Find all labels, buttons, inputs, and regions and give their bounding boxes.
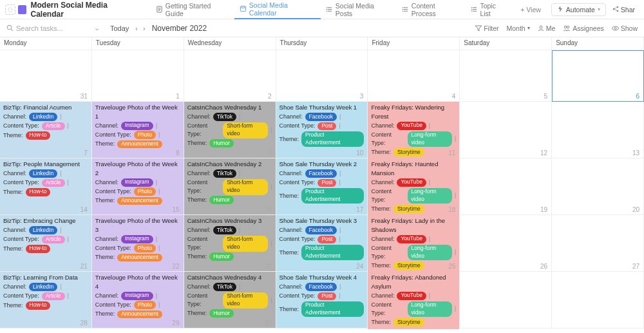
- contenttype-pill: Photo: [134, 187, 156, 196]
- day-cell[interactable]: BizTip: Embracing Change Channel:LinkedI…: [0, 215, 92, 272]
- event-title: Freaky Fridays: Abandoned Asylum: [371, 273, 456, 291]
- assignees-button[interactable]: Assignees: [563, 24, 603, 32]
- day-cell[interactable]: CatsInChaos Wednesday 2 Channel:TikTok| …: [184, 158, 276, 215]
- event-channel-label: Channel:: [279, 169, 303, 178]
- day-cell[interactable]: Freaky Fridays: Abandoned Asylum Channel…: [368, 272, 460, 328]
- calendar-event[interactable]: Travelouge Photo of the Week 3 Channel:I…: [92, 215, 184, 271]
- day-cell[interactable]: CatsInChaos Wednesday 4 Channel:TikTok| …: [184, 272, 276, 328]
- day-cell[interactable]: Shoe Sale Thursday Week 2 Channel:Facebo…: [276, 158, 368, 215]
- tab-icon: [240, 5, 247, 13]
- day-cell[interactable]: CatsInChaos Wednesday 3 Channel:TikTok| …: [184, 215, 276, 272]
- calendar-event[interactable]: BizTip: Embracing Change Channel:LinkedI…: [0, 215, 91, 271]
- tab-social-media-posts[interactable]: Social Media Posts: [321, 0, 397, 19]
- event-contenttype-label: Content Type:: [187, 235, 221, 252]
- day-cell[interactable]: Travelouge Photo of the Week 4 Channel:I…: [92, 272, 184, 328]
- svg-point-0: [8, 8, 12, 12]
- share-button[interactable]: Shar: [609, 6, 639, 14]
- automate-button[interactable]: Automate ▾: [551, 3, 606, 16]
- calendar-event[interactable]: Shoe Sale Thursday Week 4 Channel:Facebo…: [276, 272, 368, 328]
- day-cell[interactable]: 2: [184, 50, 276, 102]
- day-cell[interactable]: 6: [552, 50, 644, 102]
- calendar-event[interactable]: Shoe Sale Thursday Week 2 Channel:Facebo…: [276, 158, 368, 214]
- theme-pill: Announcement: [117, 197, 162, 205]
- day-cell[interactable]: Travelouge Photo of the Week 3 Channel:I…: [92, 215, 184, 272]
- day-header: Wednesday: [184, 37, 276, 50]
- search-input[interactable]: Search tasks...: [6, 24, 84, 32]
- day-cell[interactable]: BizTip: Learning From Data Channel:Linke…: [0, 272, 92, 328]
- day-cell[interactable]: 12: [460, 102, 552, 158]
- calendar-event[interactable]: CatsInChaos Wednesday 1 Channel:TikTok| …: [184, 102, 276, 158]
- day-cell[interactable]: 19: [460, 158, 552, 215]
- theme-pill: Announcement: [117, 310, 162, 319]
- day-cell[interactable]: BizTip: Financial Acumen Channel:LinkedI…: [0, 102, 92, 158]
- day-cell[interactable]: 1: [92, 50, 184, 102]
- app-menu-icon[interactable]: [5, 5, 15, 15]
- today-button[interactable]: Today: [110, 24, 129, 32]
- channel-pill: TikTok: [213, 226, 236, 234]
- calendar-event[interactable]: Freaky Fridays: Abandoned Asylum Channel…: [368, 272, 459, 329]
- calendar-event[interactable]: Travelouge Photo of the Week 2 Channel:I…: [92, 158, 184, 214]
- next-month-button[interactable]: ›: [143, 24, 146, 32]
- day-cell[interactable]: 31: [0, 50, 92, 102]
- day-cell[interactable]: 13: [552, 102, 644, 158]
- calendar-event[interactable]: Freaky Fridays: Haunted Mansion Channel:…: [368, 158, 459, 216]
- day-number: 6: [636, 93, 639, 100]
- search-dropdown-icon[interactable]: ⌄: [90, 24, 104, 32]
- channel-pill: LinkedIn: [29, 226, 57, 234]
- calendar-event[interactable]: CatsInChaos Wednesday 2 Channel:TikTok| …: [184, 158, 276, 214]
- calendar-event[interactable]: Shoe Sale Thursday Week 3 Channel:Facebo…: [276, 215, 368, 271]
- day-cell[interactable]: 20: [552, 158, 644, 215]
- tab-topic-list[interactable]: Topic List: [466, 0, 513, 19]
- channel-pill: Instagram: [121, 122, 153, 130]
- day-cell[interactable]: Travelouge Photo of the Week 2 Channel:I…: [92, 158, 184, 215]
- day-cell[interactable]: Freaky Fridays: Wandering Forest Channel…: [368, 102, 460, 158]
- event-theme-label: Theme:: [279, 135, 299, 144]
- calendar-event[interactable]: Shoe Sale Thursday Week 1 Channel:Facebo…: [276, 102, 368, 158]
- day-cell[interactable]: [460, 272, 552, 328]
- calendar-event[interactable]: BizTip: Learning From Data Channel:Linke…: [0, 272, 91, 328]
- theme-pill: Humor: [209, 252, 234, 261]
- event-contenttype-label: Content Type:: [95, 131, 131, 139]
- tab-social-media-calendar[interactable]: Social Media Calendar: [234, 0, 321, 19]
- month-view-button[interactable]: Month ▾: [507, 24, 530, 32]
- calendar-event[interactable]: Freaky Fridays: Wandering Forest Channel…: [368, 102, 459, 159]
- theme-pill: Product Advertisement: [301, 131, 364, 147]
- calendar-event[interactable]: Travelouge Photo of the Week 1 Channel:I…: [92, 102, 184, 158]
- event-title: Freaky Fridays: Haunted Mansion: [371, 160, 456, 178]
- day-cell[interactable]: Freaky Fridays: Lady in the Shadows Chan…: [368, 215, 460, 272]
- show-button[interactable]: Show: [612, 24, 638, 32]
- event-theme-label: Theme:: [187, 309, 207, 318]
- prev-month-button[interactable]: ‹: [135, 24, 138, 32]
- day-cell[interactable]: 27: [552, 215, 644, 272]
- event-title: BizTip: People Management: [3, 160, 88, 169]
- tab-content-process[interactable]: Content Process: [397, 0, 466, 19]
- day-cell[interactable]: 26: [460, 215, 552, 272]
- calendar-event[interactable]: CatsInChaos Wednesday 4 Channel:TikTok| …: [184, 272, 276, 328]
- day-cell[interactable]: [552, 272, 644, 328]
- calendar-event[interactable]: BizTip: People Management Channel:Linked…: [0, 158, 91, 214]
- tab-getting-started-guide[interactable]: Getting Started Guide: [151, 0, 234, 19]
- day-cell[interactable]: Travelouge Photo of the Week 1 Channel:I…: [92, 102, 184, 158]
- top-bar: Modern Social Media Calendar Getting Sta…: [0, 0, 644, 19]
- svg-line-31: [11, 29, 13, 31]
- calendar-event[interactable]: Freaky Fridays: Lady in the Shadows Chan…: [368, 215, 459, 272]
- add-view-button[interactable]: + View: [515, 6, 546, 14]
- calendar-event[interactable]: BizTip: Financial Acumen Channel:LinkedI…: [0, 102, 91, 158]
- event-contenttype-label: Content Type:: [371, 187, 404, 204]
- svg-point-35: [612, 26, 618, 30]
- channel-pill: Facebook: [305, 283, 337, 291]
- day-cell[interactable]: 3: [276, 50, 368, 102]
- day-cell[interactable]: CatsInChaos Wednesday 1 Channel:TikTok| …: [184, 102, 276, 158]
- event-title: BizTip: Embracing Change: [3, 216, 88, 225]
- day-cell[interactable]: BizTip: People Management Channel:Linked…: [0, 158, 92, 215]
- calendar-event[interactable]: Travelouge Photo of the Week 4 Channel:I…: [92, 272, 184, 328]
- day-cell[interactable]: Freaky Fridays: Haunted Mansion Channel:…: [368, 158, 460, 215]
- filter-button[interactable]: Filter: [475, 24, 498, 32]
- day-cell[interactable]: Shoe Sale Thursday Week 3 Channel:Facebo…: [276, 215, 368, 272]
- day-cell[interactable]: 5: [460, 50, 552, 102]
- day-cell[interactable]: Shoe Sale Thursday Week 4 Channel:Facebo…: [276, 272, 368, 328]
- calendar-event[interactable]: CatsInChaos Wednesday 3 Channel:TikTok| …: [184, 215, 276, 271]
- day-cell[interactable]: Shoe Sale Thursday Week 1 Channel:Facebo…: [276, 102, 368, 158]
- day-cell[interactable]: 4: [368, 50, 460, 102]
- me-button[interactable]: Me: [538, 24, 556, 32]
